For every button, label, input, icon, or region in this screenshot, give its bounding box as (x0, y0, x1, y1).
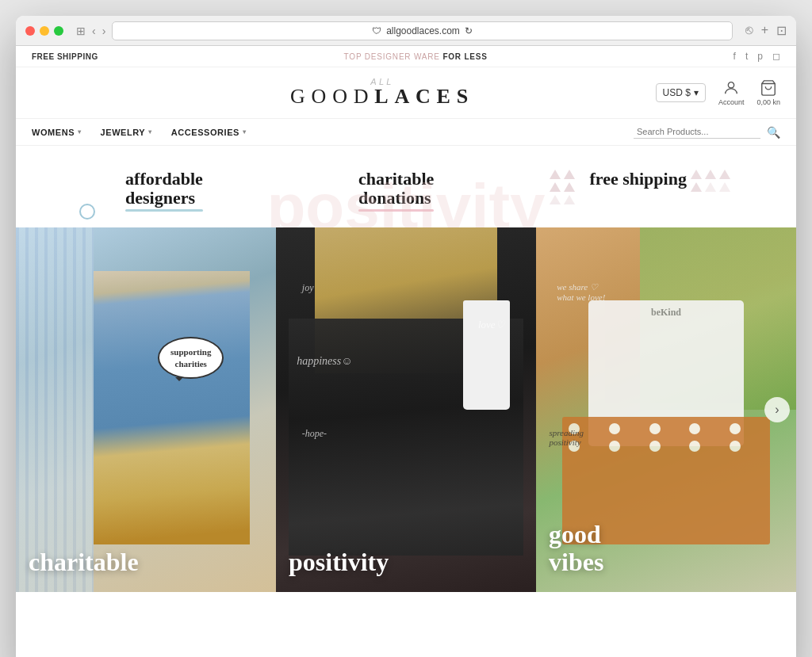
feature-charitable-title: charitabledonations (358, 170, 434, 208)
facebook-icon[interactable]: f (733, 51, 736, 62)
maximize-button[interactable] (54, 26, 63, 36)
announcement-center: TOP DESIGNER WARE FOR LESS (344, 52, 488, 61)
minimize-button[interactable] (40, 26, 49, 36)
card-2-happiness: happiness☺ (297, 355, 352, 368)
browser-dots (25, 26, 63, 36)
deco-circle-1 (79, 204, 95, 220)
card-3-shirt-text: beKind (588, 300, 745, 319)
card-charitable[interactable]: supportingcharities charitable (16, 227, 276, 592)
svg-point-0 (729, 82, 734, 88)
nav-accessories[interactable]: ACCESSORIES ▾ (171, 128, 247, 137)
nav-jewelry[interactable]: JEWELRY ▾ (101, 128, 152, 137)
nav-left: WOMENS ▾ JEWELRY ▾ ACCESSORIES ▾ (32, 128, 246, 137)
account-label: Account (718, 98, 745, 106)
search-input[interactable] (634, 125, 760, 139)
cart-button[interactable]: 0,00 kn (756, 79, 780, 106)
feature-charitable-underline (358, 209, 434, 212)
card-2-love: love♡ (478, 319, 505, 331)
announcement-bar: FREE SHIPPING TOP DESIGNER WARE FOR LESS… (16, 46, 796, 67)
next-slide-button[interactable]: › (764, 397, 790, 422)
triangle-deco-right (691, 170, 734, 192)
card-2-hope: -hope- (302, 428, 327, 440)
currency-chevron-icon: ▾ (694, 87, 699, 98)
url-text[interactable]: allgoodlaces.com (386, 25, 460, 36)
feature-freeshipping: free shipping (589, 170, 686, 212)
card-2-cup (463, 300, 510, 410)
nav-womens-label: WOMENS (32, 128, 75, 137)
cards-section: positivity supportingcharities charitabl… (16, 227, 796, 592)
browser-controls: ⊞ ‹ › (76, 25, 105, 37)
browser-actions: ⎋ + ⊡ (745, 23, 787, 38)
browser-titlebar: ⊞ ‹ › 🛡 allgoodlaces.com ↻ ⎋ + ⊡ (16, 16, 796, 46)
card-2-figure (276, 227, 536, 592)
logo-main-text: GOODLACES (127, 85, 638, 109)
nav-accessories-chevron-icon: ▾ (243, 128, 247, 136)
pinterest-icon[interactable]: p (757, 51, 763, 62)
feature-affordable-title: affordabledesigners (125, 170, 203, 208)
announcement-post: FOR LESS (440, 52, 488, 61)
twitter-icon[interactable]: t (745, 51, 748, 62)
card-good-vibes[interactable]: beKind (536, 227, 796, 592)
social-icons: f t p ◻ (733, 51, 780, 62)
forward-button[interactable]: › (102, 25, 106, 37)
nav-womens[interactable]: WOMENS ▾ (32, 128, 82, 137)
site-logo[interactable]: ALL GOODLACES (127, 77, 638, 109)
tabs-icon[interactable]: ⊡ (776, 23, 787, 38)
nav-accessories-label: ACCESSORIES (171, 128, 239, 137)
nav-jewelry-label: JEWELRY (101, 128, 146, 137)
instagram-icon[interactable]: ◻ (772, 51, 780, 62)
card-positivity-label: positivity (289, 548, 389, 576)
browser-window: ⊞ ‹ › 🛡 allgoodlaces.com ↻ ⎋ + ⊡ FREE SH… (16, 16, 796, 657)
back-button[interactable]: ‹ (92, 25, 96, 37)
site-nav: WOMENS ▾ JEWELRY ▾ ACCESSORIES ▾ 🔍 (16, 119, 796, 146)
speech-bubble: supportingcharities (158, 337, 224, 379)
account-button[interactable]: Account (718, 79, 745, 106)
feature-affordable: affordabledesigners (125, 170, 203, 212)
cart-icon (760, 79, 777, 97)
card-positivity[interactable]: joy happiness☺ love♡ -hope- positivity (276, 227, 536, 592)
currency-selector[interactable]: USD $ ▾ (656, 83, 706, 102)
card-1-person (94, 271, 250, 544)
share-icon[interactable]: ⎋ (745, 23, 753, 38)
search-icon[interactable]: 🔍 (767, 126, 780, 139)
features-section: affordabledesigners charitabledonations (16, 146, 796, 227)
nav-womens-chevron-icon: ▾ (78, 128, 82, 136)
nav-right: 🔍 (634, 125, 780, 139)
currency-label: USD $ (663, 87, 691, 98)
card-1-figure (16, 227, 276, 592)
card-3-dots (562, 417, 770, 458)
announcement-pre: TOP DESIGNER WARE (344, 52, 440, 61)
site-header: ALL GOODLACES USD $ ▾ Account (16, 67, 796, 119)
account-icon (722, 79, 740, 97)
card-3-spreading: spreadingpositivity (549, 428, 584, 447)
card-charitable-label: charitable (29, 548, 139, 576)
shield-icon: 🛡 (372, 25, 381, 36)
new-tab-icon[interactable]: + (761, 23, 768, 38)
feature-charitable: charitabledonations (358, 170, 434, 212)
feature-affordable-underline (125, 209, 203, 212)
card-3-share: we share ♡what we love! (557, 282, 605, 302)
refresh-icon[interactable]: ↻ (465, 25, 473, 36)
sidebar-toggle-icon[interactable]: ⊞ (76, 25, 86, 37)
card-2-joy: joy (302, 282, 314, 294)
cart-total: 0,00 kn (756, 98, 780, 106)
header-right: USD $ ▾ Account 0,00 kn (638, 79, 780, 106)
site-content: FREE SHIPPING TOP DESIGNER WARE FOR LESS… (16, 46, 796, 592)
close-button[interactable] (25, 26, 35, 36)
card-1-wall (16, 227, 94, 592)
triangle-deco-left (550, 170, 585, 204)
card-good-vibes-label: goodvibes (549, 521, 603, 576)
feature-freeshipping-title: free shipping (589, 170, 686, 189)
nav-jewelry-chevron-icon: ▾ (148, 128, 152, 136)
address-bar[interactable]: 🛡 allgoodlaces.com ↻ (112, 21, 732, 40)
free-shipping-notice: FREE SHIPPING (32, 52, 98, 61)
